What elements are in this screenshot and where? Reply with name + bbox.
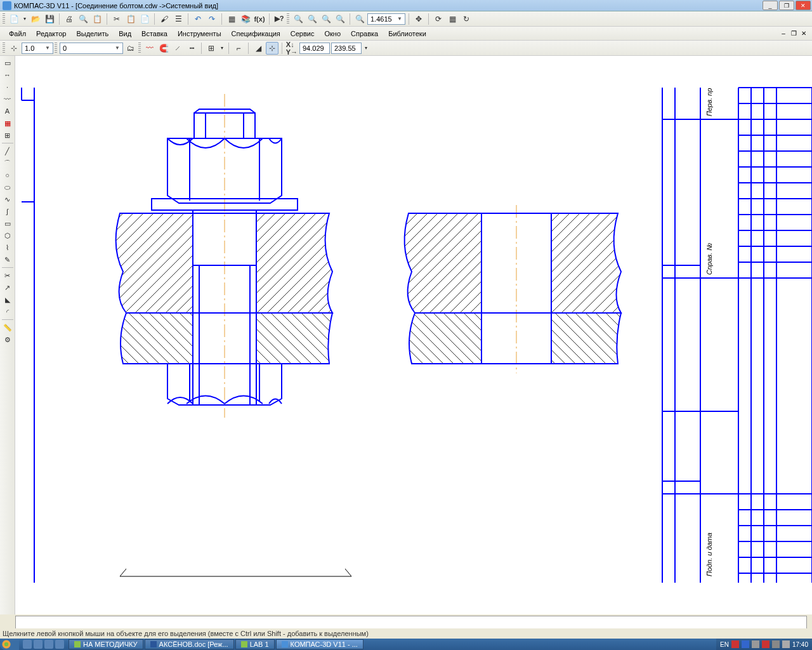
ortho-button[interactable]: ⌐ <box>232 42 245 55</box>
line-button[interactable]: ⟋ <box>171 42 184 55</box>
redraw-button[interactable]: ⟳ <box>432 13 445 25</box>
quick-launch-4[interactable] <box>55 640 64 649</box>
menu-help[interactable]: Справка <box>346 28 383 39</box>
zoom-fit-button[interactable]: 🔍 <box>353 13 366 25</box>
line-tool[interactable]: ╱ <box>1 145 14 157</box>
style-button[interactable]: 〰 <box>143 42 156 55</box>
redo-button[interactable]: ↷ <box>206 13 218 25</box>
command-input[interactable] <box>15 616 807 630</box>
zoom-prev-button[interactable]: 🔍 <box>320 13 332 25</box>
doc-restore-button[interactable]: ❐ <box>789 29 798 38</box>
layer-dropdown[interactable]: ▼ <box>60 43 123 54</box>
taskbar-item-3[interactable]: LAB 1 <box>235 639 275 649</box>
params-tool[interactable]: ⚙ <box>1 334 14 345</box>
pan-button[interactable]: ✥ <box>412 13 425 25</box>
zoom-next-button[interactable]: 🔍 <box>334 13 346 25</box>
menu-spec[interactable]: Спецификация <box>226 28 285 39</box>
menu-editor[interactable]: Редактор <box>31 28 71 39</box>
dimension-tool[interactable]: ↔ <box>1 69 14 81</box>
tray-icon-2[interactable] <box>742 640 749 648</box>
coord-y-input[interactable] <box>333 44 360 52</box>
doc-minimize-button[interactable]: – <box>779 29 788 38</box>
polygon-tool[interactable]: ⬡ <box>1 230 14 241</box>
undo-button[interactable]: ↶ <box>192 13 204 25</box>
language-indicator[interactable]: EN <box>720 641 729 648</box>
snap-button[interactable]: ⊹ <box>8 42 20 55</box>
toolbar-grip-3[interactable] <box>3 43 5 54</box>
new-dropdown[interactable]: ▾ <box>22 13 28 25</box>
arc-tool[interactable]: ⌒ <box>1 157 14 169</box>
round-button[interactable]: ◢ <box>252 42 265 55</box>
spline-tool[interactable]: 〰 <box>1 93 14 105</box>
layer-input[interactable] <box>62 44 114 52</box>
extend-tool[interactable]: ↗ <box>1 282 14 293</box>
volume-icon[interactable] <box>782 640 790 648</box>
modify-tool[interactable]: ✎ <box>1 254 14 265</box>
menu-tools[interactable]: Инструменты <box>173 28 226 39</box>
quick-launch-1[interactable] <box>23 640 32 649</box>
manager-button[interactable]: ▦ <box>225 13 238 25</box>
tray-icon-5[interactable] <box>772 640 780 648</box>
variables-button[interactable]: f(x) <box>253 13 266 25</box>
new-file-button[interactable]: 📄 <box>8 13 20 25</box>
print-preview-button[interactable]: 🔍 <box>77 13 89 25</box>
fillet-tool[interactable]: ◜ <box>1 306 14 317</box>
chamfer-tool[interactable]: ◣ <box>1 294 14 305</box>
toolbar-grip-2[interactable] <box>287 13 289 25</box>
select-tool[interactable]: ▭ <box>1 57 14 69</box>
menu-libs[interactable]: Библиотеки <box>383 28 431 39</box>
zoom-in-button[interactable]: 🔍 <box>292 13 304 25</box>
zoom-window-button[interactable]: 🔍 <box>306 13 318 25</box>
hatch-tool[interactable]: ▦ <box>1 117 14 129</box>
menu-window[interactable]: Окно <box>319 28 346 39</box>
menu-file[interactable]: Файл <box>4 28 31 39</box>
library-button[interactable]: 📚 <box>239 13 252 25</box>
print-setup-button[interactable]: 📋 <box>91 13 103 25</box>
tray-icon-4[interactable] <box>762 640 769 648</box>
menu-service[interactable]: Сервис <box>285 28 320 39</box>
contour-tool[interactable]: ⌇ <box>1 242 14 253</box>
minimize-button[interactable]: _ <box>763 1 778 10</box>
brush-button[interactable]: 🖌 <box>158 13 171 25</box>
clock[interactable]: 17:40 <box>792 641 808 648</box>
tray-icon-1[interactable] <box>731 640 739 648</box>
properties-button[interactable]: ☰ <box>172 13 185 25</box>
menu-select[interactable]: Выделить <box>71 28 114 39</box>
trim-tool[interactable]: ✂ <box>1 270 14 281</box>
close-button[interactable]: ✕ <box>796 1 811 10</box>
coord-x-input[interactable] <box>301 44 328 52</box>
taskbar-item-2[interactable]: АКСЁНОВ.doc [Реж... <box>145 639 234 649</box>
text-tool[interactable]: A <box>1 105 14 117</box>
menu-insert[interactable]: Вставка <box>136 28 173 39</box>
curve-tool[interactable]: ∿ <box>1 194 14 205</box>
dash-button[interactable]: ┅ <box>185 42 198 55</box>
zoom-value-input[interactable] <box>369 15 396 23</box>
copy-button[interactable]: 📋 <box>124 13 137 25</box>
coord-dropdown[interactable]: ▾ <box>363 42 369 55</box>
grid-button[interactable]: ⊞ <box>205 42 218 55</box>
bezier-tool[interactable]: ∫ <box>1 206 14 217</box>
circle-tool[interactable]: ○ <box>1 169 14 181</box>
taskbar-item-1[interactable]: НА МЕТОДИЧКУ <box>69 639 143 649</box>
coord-button[interactable]: ⊹ <box>266 42 278 55</box>
measure-tool[interactable]: 📏 <box>1 322 14 333</box>
quick-launch-2[interactable] <box>34 640 43 649</box>
open-button[interactable]: 📂 <box>29 13 42 25</box>
menu-view[interactable]: Вид <box>114 28 136 39</box>
rectangle-tool[interactable]: ▭ <box>1 218 14 229</box>
taskbar-item-4[interactable]: КОМПАС-3D V11 - ... <box>276 639 363 649</box>
quick-launch-3[interactable] <box>44 640 53 649</box>
magnet-button[interactable]: 🧲 <box>157 42 170 55</box>
print-button[interactable]: 🖨 <box>63 13 75 25</box>
scale-dropdown[interactable]: ▼ <box>22 43 53 54</box>
toolbar-grip-5[interactable] <box>138 43 141 54</box>
doc-close-button[interactable]: ✕ <box>799 29 808 38</box>
table-tool[interactable]: ⊞ <box>1 129 14 141</box>
start-button[interactable] <box>0 639 19 650</box>
maximize-button[interactable]: ❐ <box>779 1 794 10</box>
point-tool[interactable]: · <box>1 81 14 93</box>
refresh-button[interactable]: ↻ <box>460 13 473 25</box>
help-button[interactable]: ▶? <box>273 13 285 25</box>
grid-dropdown[interactable]: ▾ <box>219 42 225 55</box>
ellipse-tool[interactable]: ⬭ <box>1 182 14 193</box>
